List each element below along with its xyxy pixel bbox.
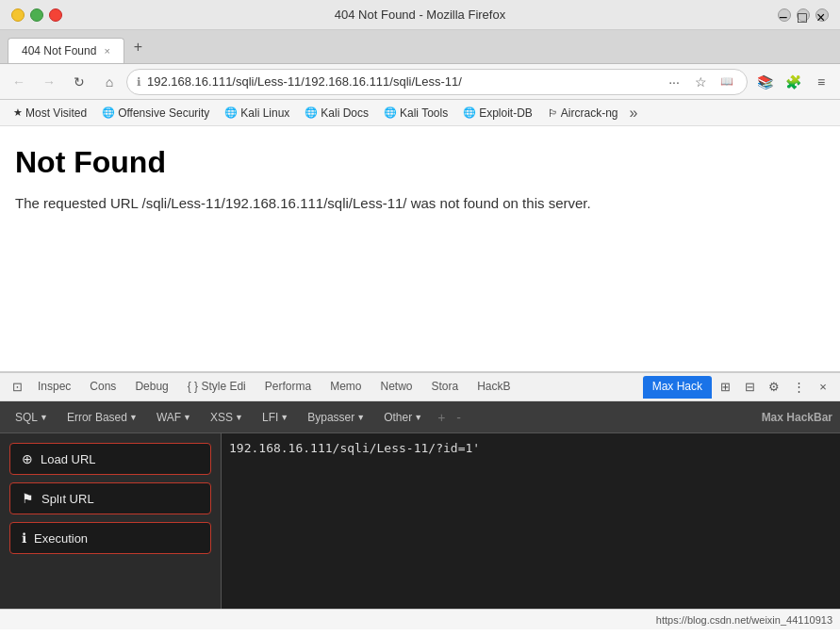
forward-button[interactable]: → bbox=[36, 69, 62, 95]
tab-style-editor[interactable]: { } Style Edi bbox=[178, 376, 255, 399]
bookmarks-more-button[interactable]: » bbox=[630, 105, 638, 122]
reload-button[interactable]: ↻ bbox=[66, 69, 92, 95]
bypasser-dropdown-arrow: ▼ bbox=[356, 413, 365, 422]
execution-icon: ℹ bbox=[22, 530, 26, 546]
back-button[interactable]: ← bbox=[6, 69, 32, 95]
tab-network[interactable]: Netwo bbox=[371, 376, 422, 399]
home-button[interactable]: ⌂ bbox=[96, 69, 123, 95]
hackbar-menu: SQL ▼ Error Based ▼ WAF ▼ XSS ▼ LFI ▼ By… bbox=[0, 401, 840, 433]
hackbar-left-panel: ⊕ Load URL ⚑ Splıt URL ℹ Execution bbox=[0, 433, 222, 609]
sql-dropdown-arrow: ▼ bbox=[40, 413, 48, 422]
load-url-icon: ⊕ bbox=[22, 451, 33, 466]
devtools-undock-button[interactable]: ⊟ bbox=[738, 376, 761, 399]
hackbar-panel: SQL ▼ Error Based ▼ WAF ▼ XSS ▼ LFI ▼ By… bbox=[0, 401, 840, 609]
bookmark-aircrack-ng[interactable]: 🏳 Aircrack-ng bbox=[542, 105, 624, 122]
bookmark-most-visited[interactable]: ★ Most Visited bbox=[8, 105, 92, 122]
title-bar: 404 Not Found - Mozilla Firefox − □ × bbox=[0, 0, 840, 30]
split-url-button[interactable]: ⚑ Splıt URL bbox=[9, 482, 211, 514]
win-close-icon[interactable]: × bbox=[815, 8, 829, 22]
devtools-close-button[interactable]: × bbox=[812, 376, 834, 399]
page-message: The requested URL /sqli/Less-11/192.168.… bbox=[15, 195, 825, 211]
overflow-menu-button[interactable]: ··· bbox=[664, 72, 684, 92]
tab-performance[interactable]: Performa bbox=[255, 376, 321, 399]
url-text: 192.168.16.111/sqli/Less-11/192.168.16.1… bbox=[147, 74, 658, 89]
hackbar-minus-button[interactable]: - bbox=[453, 410, 465, 425]
hackbar-waf-menu[interactable]: WAF ▼ bbox=[149, 407, 199, 428]
bookmarks-bar: ★ Most Visited 🌐 Offensive Security 🌐 Ka… bbox=[0, 100, 840, 126]
devtools-more-button[interactable]: ⋮ bbox=[787, 376, 810, 399]
waf-dropdown-arrow: ▼ bbox=[183, 413, 191, 422]
security-icon: ℹ bbox=[137, 75, 141, 89]
devtools-tab-bar: ⊡ Inspec Cons Debug { } Style Edi Perfor… bbox=[0, 371, 840, 401]
bookmark-globe-icon-4: 🌐 bbox=[384, 106, 397, 119]
tab-label: 404 Not Found bbox=[22, 44, 96, 57]
page-title: Not Found bbox=[15, 145, 825, 180]
bookmark-kali-tools[interactable]: 🌐 Kali Tools bbox=[378, 105, 453, 122]
xss-dropdown-arrow: ▼ bbox=[235, 413, 243, 422]
tab-close-button[interactable]: × bbox=[104, 45, 109, 57]
bookmark-button[interactable]: ☆ bbox=[690, 72, 711, 92]
bookmark-globe-icon-1: 🌐 bbox=[102, 106, 115, 119]
bookmark-star-icon: ★ bbox=[13, 106, 23, 119]
load-url-button[interactable]: ⊕ Load URL bbox=[9, 443, 211, 475]
close-button[interactable] bbox=[49, 8, 62, 22]
hackbar-lfi-menu[interactable]: LFI ▼ bbox=[255, 407, 296, 428]
bookmark-kali-linux[interactable]: 🌐 Kali Linux bbox=[219, 105, 295, 122]
win-restore-icon[interactable]: □ bbox=[797, 8, 810, 22]
lfi-dropdown-arrow: ▼ bbox=[280, 413, 288, 422]
tab-bar: 404 Not Found × + bbox=[0, 30, 840, 64]
hackbar-error-based-menu[interactable]: Error Based ▼ bbox=[59, 407, 145, 428]
nav-right-icons: 📚 🧩 ≡ bbox=[751, 69, 834, 95]
extensions-button[interactable]: 🧩 bbox=[780, 69, 806, 95]
collections-button[interactable]: 📚 bbox=[751, 69, 778, 95]
tab-storage[interactable]: Stora bbox=[422, 376, 469, 399]
tab-hackbar[interactable]: HackB bbox=[468, 376, 519, 399]
hackbar-sql-menu[interactable]: SQL ▼ bbox=[8, 407, 56, 428]
split-url-icon: ⚑ bbox=[22, 491, 34, 506]
hackbar-other-menu[interactable]: Other ▼ bbox=[376, 407, 430, 428]
hackbar-bypasser-menu[interactable]: Bypasser ▼ bbox=[300, 407, 372, 428]
main-menu-button[interactable]: ≡ bbox=[808, 69, 834, 95]
hackbar-body: ⊕ Load URL ⚑ Splıt URL ℹ Execution 192.1… bbox=[0, 433, 840, 609]
tab-debugger[interactable]: Debug bbox=[125, 376, 177, 399]
bookmark-globe-icon-3: 🌐 bbox=[305, 106, 318, 119]
reader-mode-button[interactable]: 📖 bbox=[716, 72, 737, 92]
tab-console[interactable]: Cons bbox=[80, 376, 125, 399]
new-tab-button[interactable]: + bbox=[124, 33, 152, 61]
execution-button[interactable]: ℹ Execution bbox=[9, 522, 211, 554]
devtools-side-button[interactable]: ⊡ bbox=[6, 376, 28, 399]
tab-max-hackbar[interactable]: Max Hack bbox=[643, 376, 712, 399]
bookmark-offensive-security[interactable]: 🌐 Offensive Security bbox=[96, 105, 215, 122]
active-tab[interactable]: 404 Not Found × bbox=[8, 38, 124, 63]
nav-bar: ← → ↻ ⌂ ℹ 192.168.16.111/sqli/Less-11/19… bbox=[0, 64, 840, 100]
hackbar-right-panel: 192.168.16.111/sqli/Less-11/?id=1' bbox=[222, 433, 840, 609]
window-title: 404 Not Found - Mozilla Firefox bbox=[68, 8, 772, 22]
win-minimize-icon[interactable]: − bbox=[778, 8, 791, 22]
hackbar-xss-menu[interactable]: XSS ▼ bbox=[203, 407, 251, 428]
maximize-button[interactable] bbox=[30, 8, 43, 22]
address-bar[interactable]: ℹ 192.168.16.111/sqli/Less-11/192.168.16… bbox=[126, 69, 748, 95]
status-bar: https://blog.csdn.net/weixin_44110913 bbox=[0, 609, 840, 629]
tab-memory[interactable]: Memo bbox=[321, 376, 371, 399]
hackbar-plus-button[interactable]: + bbox=[434, 410, 449, 425]
minimize-button[interactable] bbox=[11, 8, 25, 22]
hackbar-brand-label: Max HackBar bbox=[762, 411, 832, 424]
devtools-dock-button[interactable]: ⊞ bbox=[714, 376, 736, 399]
devtools-settings-button[interactable]: ⚙ bbox=[763, 376, 785, 399]
bookmark-kali-docs[interactable]: 🌐 Kali Docs bbox=[299, 105, 374, 122]
other-dropdown-arrow: ▼ bbox=[414, 413, 422, 422]
tab-inspector[interactable]: Inspec bbox=[28, 376, 80, 399]
page-content: Not Found The requested URL /sqli/Less-1… bbox=[0, 126, 840, 371]
hackbar-url-input[interactable]: 192.168.16.111/sqli/Less-11/?id=1' bbox=[229, 441, 832, 601]
bookmark-flag-icon: 🏳 bbox=[548, 107, 558, 119]
bookmark-exploit-db[interactable]: 🌐 Exploit-DB bbox=[457, 105, 538, 122]
bookmark-globe-icon-2: 🌐 bbox=[224, 106, 238, 119]
error-based-dropdown-arrow: ▼ bbox=[129, 413, 138, 422]
devtools-right-controls: Max Hack ⊞ ⊟ ⚙ ⋮ × bbox=[643, 376, 834, 399]
status-url: https://blog.csdn.net/weixin_44110913 bbox=[656, 614, 832, 626]
bookmark-globe-icon-5: 🌐 bbox=[463, 106, 476, 119]
